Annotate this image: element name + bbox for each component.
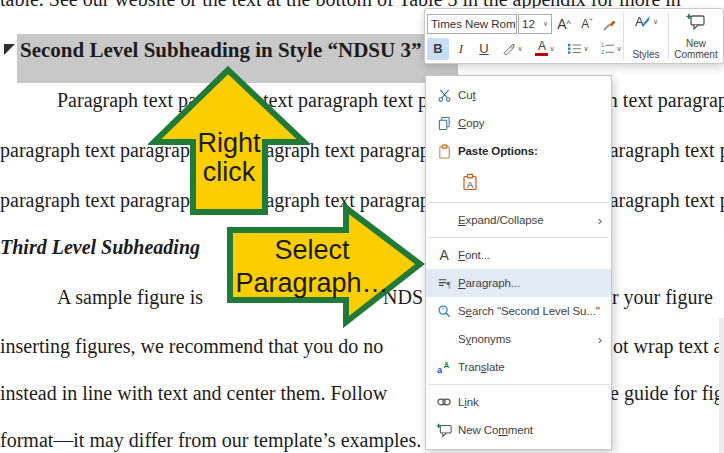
font-color-icon: A bbox=[535, 41, 548, 56]
mini-toolbar: Times New Rom. ∨ 12 ∨ A^ Aˇ bbox=[424, 8, 724, 64]
paragraph-dialog-icon: ¶ bbox=[433, 276, 455, 291]
menu-item-paragraph[interactable]: ¶ Paragraph... bbox=[426, 269, 611, 297]
font-size-select[interactable]: 12 ∨ bbox=[518, 14, 552, 34]
doc-paragraph-line: paragraph text paragraph text paragraph … bbox=[0, 138, 724, 162]
doc-text-fragment: instead in line with text and center the… bbox=[0, 381, 387, 405]
heading-collapse-triangle-icon[interactable] bbox=[4, 44, 15, 55]
svg-text:2: 2 bbox=[601, 49, 604, 55]
annotation-arrow-select-paragraph: Select Paragraph… bbox=[226, 202, 426, 336]
submenu-arrow-icon: › bbox=[598, 213, 602, 228]
doc-paragraph-line: Paragraph text paragraph text paragraph … bbox=[0, 88, 724, 112]
paste-keep-text-icon: A bbox=[461, 173, 479, 191]
chevron-down-icon[interactable]: ∨ bbox=[616, 45, 621, 53]
bullet-list-icon bbox=[567, 41, 582, 56]
styles-button[interactable]: A ∨ Styles bbox=[624, 9, 668, 63]
new-comment-icon bbox=[433, 423, 455, 438]
font-dialog-icon: A bbox=[433, 247, 455, 263]
menu-item-copy[interactable]: Copy bbox=[426, 109, 611, 137]
copy-icon bbox=[433, 116, 455, 131]
paste-options-row: A bbox=[426, 165, 611, 199]
svg-text:¶: ¶ bbox=[446, 279, 450, 289]
word-document-screenshot: table. See our website or the text at th… bbox=[0, 0, 724, 453]
bold-button[interactable]: B bbox=[427, 38, 449, 60]
format-painter-icon bbox=[602, 16, 618, 32]
shrink-font-mark: ˇ bbox=[589, 18, 592, 29]
right-arrow-shape bbox=[230, 208, 420, 322]
chevron-down-icon: ∨ bbox=[543, 20, 548, 28]
font-color-button[interactable]: A ∨ bbox=[529, 38, 561, 60]
submenu-arrow-icon: › bbox=[598, 332, 602, 347]
highlight-color-button[interactable]: ∨ bbox=[496, 38, 528, 60]
doc-text-line: format—it may differ from our template’s… bbox=[0, 428, 421, 452]
svg-text:a: a bbox=[437, 365, 443, 375]
italic-label: I bbox=[459, 41, 463, 57]
cut-icon bbox=[433, 88, 455, 103]
font-name-select[interactable]: Times New Rom. ∨ bbox=[427, 14, 517, 34]
menu-item-link[interactable]: Link bbox=[426, 388, 611, 416]
menu-separator bbox=[428, 384, 609, 385]
translate-icon: a Ä bbox=[433, 360, 455, 375]
doc-text-fragment: ot wrap text a bbox=[613, 334, 722, 358]
annotation-text: Paragraph… bbox=[235, 268, 388, 298]
underline-label: U bbox=[479, 41, 488, 56]
bullets-button[interactable]: ∨ bbox=[562, 38, 594, 60]
menu-item-cut[interactable]: Cut bbox=[426, 81, 611, 109]
svg-text:1: 1 bbox=[601, 42, 604, 48]
doc-text-fragment: A sample figure is bbox=[57, 285, 203, 309]
search-icon bbox=[433, 304, 455, 319]
styles-label: Styles bbox=[632, 49, 659, 60]
third-level-subheading: Third Level Subheading bbox=[0, 235, 200, 259]
styles-icon: A bbox=[634, 13, 652, 31]
highlighter-pen-icon bbox=[501, 41, 516, 56]
heading-ndsu3: Second Level Subheading in Style “NDSU 3… bbox=[20, 38, 421, 62]
chevron-down-icon[interactable]: ∨ bbox=[549, 45, 554, 53]
menu-item-paste-options: Paste Options: bbox=[426, 137, 611, 165]
menu-item-font[interactable]: A Font... bbox=[426, 241, 611, 269]
new-comment-button[interactable]: New Comment bbox=[669, 9, 723, 63]
annotation-text: Select bbox=[274, 235, 350, 265]
chevron-down-icon[interactable]: ∨ bbox=[583, 45, 588, 53]
svg-text:Ä: Ä bbox=[444, 361, 450, 370]
clipboard-icon bbox=[433, 144, 455, 159]
italic-button[interactable]: I bbox=[450, 38, 472, 60]
annotation-text: click bbox=[203, 157, 256, 187]
page-edge bbox=[719, 318, 724, 453]
menu-item-search[interactable]: Search "Second Level Su..." bbox=[426, 297, 611, 325]
menu-item-synonyms[interactable]: Synonyms › bbox=[426, 325, 611, 353]
svg-text:A: A bbox=[635, 14, 644, 29]
new-comment-label: New Comment bbox=[669, 38, 723, 60]
font-size-value: 12 bbox=[522, 18, 535, 30]
menu-item-expand-collapse[interactable]: Expand/Collapse › bbox=[426, 206, 611, 234]
menu-separator bbox=[428, 237, 609, 238]
context-menu: Cut Copy Paste Options: bbox=[425, 75, 612, 450]
format-painter-button[interactable] bbox=[599, 13, 621, 35]
menu-item-new-comment[interactable]: New Comment bbox=[426, 416, 611, 444]
doc-text-fragment: er your figure bbox=[603, 285, 713, 309]
underline-button[interactable]: U bbox=[473, 38, 495, 60]
grow-font-mark: ^ bbox=[567, 19, 571, 29]
font-name-value: Times New Rom. bbox=[431, 18, 517, 30]
chevron-down-icon[interactable]: ∨ bbox=[653, 18, 658, 26]
shrink-font-button[interactable]: Aˇ bbox=[576, 13, 598, 35]
svg-text:A: A bbox=[467, 179, 474, 190]
bold-label: B bbox=[433, 41, 442, 56]
doc-text-fragment: e guide for fig bbox=[610, 381, 724, 405]
link-icon bbox=[433, 395, 455, 409]
menu-item-translate[interactable]: a Ä Translate bbox=[426, 353, 611, 381]
menu-separator bbox=[428, 202, 609, 203]
grow-font-button[interactable]: A^ bbox=[553, 13, 575, 35]
numbered-list-icon: 12 bbox=[600, 41, 615, 56]
annotation-arrow-right-click: Right click bbox=[148, 64, 310, 216]
new-comment-icon bbox=[686, 13, 706, 31]
annotation-text: Right bbox=[197, 128, 261, 158]
paste-keep-text-only-button[interactable]: A bbox=[456, 168, 484, 196]
doc-text-fragment: inserting figures, we recommend that you… bbox=[0, 334, 383, 358]
chevron-down-icon[interactable]: ∨ bbox=[517, 45, 522, 53]
